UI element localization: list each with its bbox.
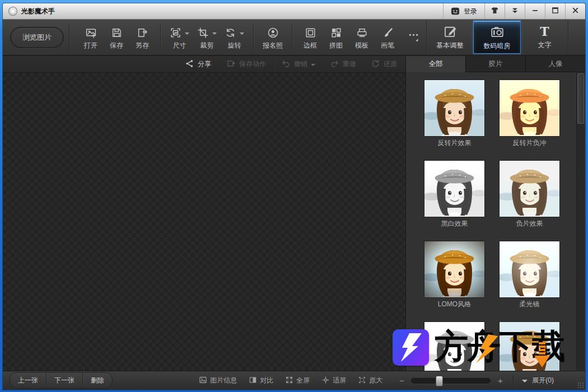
- toolbar-button-保存[interactable]: 保存: [104, 24, 129, 51]
- effect-thumbnail[interactable]: [424, 322, 484, 371]
- browse-images-button[interactable]: 浏览图片: [10, 27, 64, 48]
- mode-button-label: 水印: [585, 41, 586, 50]
- effect-thumbnail[interactable]: [424, 241, 484, 297]
- toolbar-button-label: 另存: [136, 42, 149, 49]
- effect-item[interactable]: [424, 322, 484, 371]
- effect-thumbnail[interactable]: [424, 161, 484, 217]
- restore-button[interactable]: 还原: [363, 56, 404, 72]
- scrollbar-thumb[interactable]: [577, 73, 584, 124]
- fullscreen-button[interactable]: 全屏: [285, 376, 310, 386]
- effect-label: 负片效果: [500, 220, 559, 228]
- mode-button-文字[interactable]: T 文字: [521, 21, 568, 54]
- undo-history-arrow-icon[interactable]: [311, 64, 315, 68]
- original-size-button[interactable]: 原大: [358, 376, 382, 386]
- effect-item-负片效果[interactable]: 负片效果: [500, 161, 559, 228]
- fit-screen-label: 适屏: [333, 376, 346, 385]
- delete-image-button[interactable]: 删除: [82, 373, 112, 388]
- toolbar-button-报名照[interactable]: 报名照: [259, 24, 287, 51]
- panel-tab-全部[interactable]: 全部: [406, 56, 466, 72]
- toolbar-button-打开[interactable]: 打开: [78, 24, 104, 51]
- panel-tab-label: 人像: [549, 59, 563, 69]
- panel-tab-人像[interactable]: 人像: [526, 56, 585, 72]
- toolbar-button-裁剪[interactable]: 裁剪: [193, 24, 221, 51]
- dropdown-arrow-icon[interactable]: [185, 32, 189, 37]
- toolbar-button-more[interactable]: [400, 27, 426, 47]
- undo-button[interactable]: 撤销: [274, 56, 323, 72]
- image-info-button[interactable]: 图片信息: [199, 376, 237, 386]
- workspace-column: 分享 保存动作 撤销 重做 还: [3, 56, 405, 371]
- share-button[interactable]: 分享: [178, 56, 218, 72]
- portrait-photo: [500, 80, 559, 136]
- mode-button-label: 基本调整: [437, 41, 464, 50]
- toolbar-button-尺寸[interactable]: 尺寸: [166, 24, 193, 51]
- close-button[interactable]: [565, 3, 585, 19]
- panel-tab-胶片[interactable]: 胶片: [466, 56, 526, 72]
- effect-item[interactable]: [500, 322, 559, 371]
- next-image-button[interactable]: 下一张: [46, 373, 82, 388]
- portrait-photo: [424, 161, 484, 217]
- portrait-photo: [500, 322, 559, 371]
- login-label: 登录: [464, 7, 477, 16]
- canvas-area[interactable]: [3, 73, 405, 371]
- dropdown-arrow-icon[interactable]: [212, 32, 217, 37]
- login-button[interactable]: 登录: [443, 3, 484, 19]
- toolbar-button-旋转[interactable]: 旋转: [221, 24, 248, 51]
- chevron-down-icon: [522, 380, 528, 385]
- mode-button-水印[interactable]: 水印: [568, 21, 585, 54]
- effect-thumbnail[interactable]: [424, 80, 484, 136]
- effect-thumbnail[interactable]: [500, 80, 559, 136]
- effect-thumbnail[interactable]: [500, 322, 559, 371]
- panel-scrollbar[interactable]: [576, 73, 585, 370]
- portrait-photo: [500, 241, 559, 297]
- minimize-button[interactable]: [525, 3, 545, 19]
- fullscreen-icon: [285, 376, 293, 386]
- effect-label: 黑白效果: [424, 220, 484, 228]
- rotate-icon: [225, 27, 236, 39]
- zoom-in-button[interactable]: +: [496, 376, 505, 385]
- effect-item-反转片负冲[interactable]: 反转片负冲: [500, 80, 559, 147]
- maximize-button[interactable]: [545, 3, 565, 19]
- skin-button[interactable]: [484, 3, 505, 19]
- toolbar-button-模板[interactable]: 模板: [349, 24, 375, 51]
- resize-grip[interactable]: [577, 382, 584, 388]
- toolbar-button-拼图[interactable]: 拼图: [323, 24, 349, 51]
- save-action-icon: [226, 59, 236, 70]
- dropdown-arrow-icon[interactable]: [240, 32, 244, 37]
- titlebar: 光影魔术手 登录: [3, 3, 585, 20]
- toolbar-button-画笔[interactable]: 画笔: [375, 24, 400, 51]
- effect-thumbnail[interactable]: [500, 161, 559, 217]
- effect-item-反转片效果[interactable]: 反转片效果: [424, 80, 484, 147]
- app-title: 光影魔术手: [21, 7, 55, 16]
- effect-item-柔光镜[interactable]: 柔光镜: [500, 241, 559, 309]
- effect-item-黑白效果[interactable]: 黑白效果: [424, 161, 484, 228]
- toolbar-button-另存[interactable]: 另存: [129, 24, 155, 51]
- fit-screen-button[interactable]: 适屏: [321, 376, 346, 386]
- expand-button[interactable]: 展开(0): [522, 376, 554, 385]
- effect-thumbnail[interactable]: [500, 241, 559, 297]
- panel-tabs: 全部 胶片 人像: [406, 56, 585, 72]
- effect-item-LOMO风格[interactable]: LOMO风格: [424, 241, 484, 309]
- mode-button-基本调整[interactable]: 基本调整: [426, 21, 473, 54]
- mode-button-数码暗房[interactable]: 数码暗房: [473, 21, 521, 54]
- shirt-icon: [490, 6, 500, 17]
- redo-button[interactable]: 重做: [323, 56, 363, 72]
- share-icon: [185, 59, 194, 70]
- save-action-button[interactable]: 保存动作: [219, 56, 273, 72]
- save-icon: [111, 27, 123, 39]
- resize-icon: [170, 27, 181, 39]
- toolbar-button-label: 拼图: [329, 42, 343, 49]
- app-window: 光影魔术手 登录 浏览图片 打开: [3, 3, 585, 390]
- previous-image-button[interactable]: 上一张: [10, 373, 46, 388]
- user-avatar-icon: [451, 7, 461, 16]
- mode-button-label: 文字: [538, 40, 552, 50]
- maximize-icon: [550, 6, 560, 17]
- zoom-slider[interactable]: [411, 378, 491, 384]
- more-icon: [408, 31, 419, 43]
- collapse-button[interactable]: [505, 3, 525, 19]
- zoom-out-button[interactable]: −: [397, 376, 406, 385]
- compare-button[interactable]: 对比: [249, 376, 273, 386]
- mode-buttons: 基本调整 数码暗房 T 文字 水印: [426, 21, 585, 54]
- toolbar-button-边框[interactable]: 边框: [297, 24, 323, 51]
- zoom-slider-thumb[interactable]: [436, 376, 443, 386]
- main-toolbar: 浏览图片 打开 保存 另存 尺寸 裁剪: [3, 20, 585, 56]
